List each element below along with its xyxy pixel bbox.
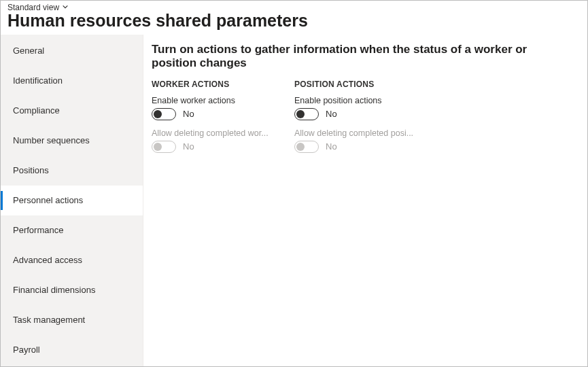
- worker-section-label: WORKER ACTIONS: [152, 80, 274, 89]
- sidebar-item-identification[interactable]: Identification: [1, 66, 143, 96]
- enable-worker-actions-label: Enable worker actions: [152, 96, 274, 105]
- sidebar-item-label: Financial dimensions: [13, 285, 95, 295]
- toggle-row: No: [294, 141, 417, 153]
- sidebar-item-label: Task management: [13, 315, 85, 325]
- sidebar-item-label: Identification: [13, 75, 63, 86]
- sidebar-item-general[interactable]: General: [1, 36, 143, 66]
- position-section-label: POSITION ACTIONS: [294, 80, 417, 89]
- sidebar-item-label: Advanced access: [13, 255, 82, 265]
- sidebar-item-label: Personnel actions: [13, 195, 83, 205]
- sidebar-item-label: General: [13, 46, 44, 56]
- sidebar-item-label: Number sequences: [13, 135, 90, 145]
- sidebar: General Identification Compliance Number…: [1, 35, 143, 367]
- main: Turn on actions to gather information wh…: [143, 35, 587, 367]
- allow-delete-worker-value: No: [183, 141, 194, 152]
- window: Standard view Human resources shared par…: [0, 0, 588, 367]
- toggle-row: No: [294, 108, 417, 120]
- sidebar-item-label: Performance: [13, 225, 63, 235]
- toggle-row: No: [152, 108, 274, 120]
- sidebar-item-positions[interactable]: Positions: [1, 156, 143, 186]
- sidebar-item-compliance[interactable]: Compliance: [1, 96, 143, 126]
- sidebar-item-personnel-actions[interactable]: Personnel actions: [1, 186, 143, 215]
- sidebar-item-number-sequences[interactable]: Number sequences: [1, 126, 143, 156]
- enable-position-actions-toggle[interactable]: [294, 108, 319, 120]
- allow-delete-position-label: Allow deleting completed posi...: [294, 128, 417, 138]
- enable-position-actions-label: Enable position actions: [294, 96, 417, 105]
- enable-position-actions-value: No: [326, 109, 337, 119]
- allow-delete-worker-toggle: [152, 141, 176, 153]
- allow-delete-worker-field: Allow deleting completed wor... No: [152, 128, 274, 153]
- sidebar-item-payroll[interactable]: Payroll: [1, 335, 143, 365]
- page-title: Human resources shared parameters: [7, 11, 581, 31]
- main-heading: Turn on actions to gather information wh…: [152, 43, 575, 70]
- allow-delete-position-toggle: [294, 141, 319, 153]
- worker-actions-section: WORKER ACTIONS Enable worker actions No …: [152, 80, 274, 161]
- enable-worker-actions-value: No: [183, 109, 194, 119]
- sidebar-item-performance[interactable]: Performance: [1, 215, 143, 245]
- sidebar-item-financial-dimensions[interactable]: Financial dimensions: [1, 275, 143, 305]
- position-actions-section: POSITION ACTIONS Enable position actions…: [294, 80, 417, 161]
- body: General Identification Compliance Number…: [1, 35, 587, 367]
- allow-delete-worker-label: Allow deleting completed wor...: [152, 128, 274, 138]
- enable-worker-actions-field: Enable worker actions No: [152, 96, 274, 120]
- sidebar-item-advanced-access[interactable]: Advanced access: [1, 245, 143, 275]
- header: Standard view Human resources shared par…: [1, 1, 587, 35]
- allow-delete-position-field: Allow deleting completed posi... No: [294, 128, 417, 153]
- allow-delete-position-value: No: [326, 141, 337, 152]
- enable-position-actions-field: Enable position actions No: [294, 96, 417, 120]
- sidebar-item-label: Payroll: [13, 345, 40, 355]
- sidebar-item-label: Compliance: [13, 105, 60, 116]
- enable-worker-actions-toggle[interactable]: [152, 108, 176, 120]
- sidebar-item-label: Positions: [13, 165, 49, 175]
- sidebar-item-task-management[interactable]: Task management: [1, 305, 143, 335]
- toggle-row: No: [152, 141, 274, 153]
- columns: WORKER ACTIONS Enable worker actions No …: [152, 80, 575, 161]
